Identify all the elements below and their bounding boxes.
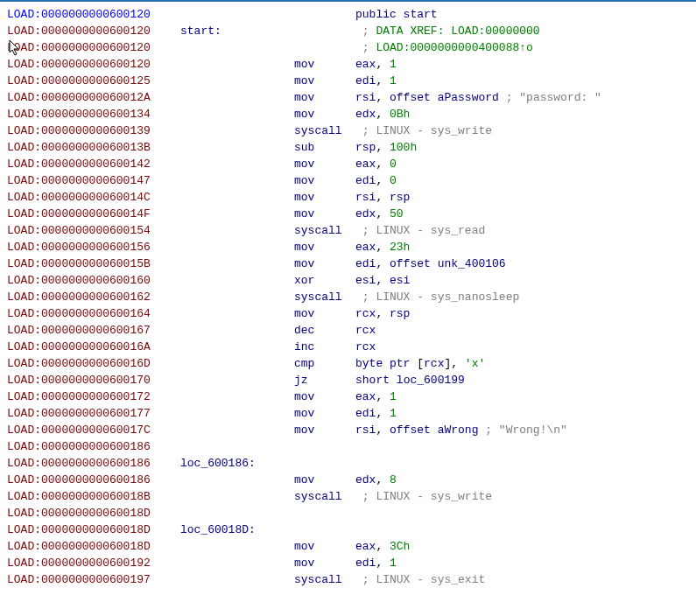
disasm-line[interactable]: LOAD:0000000000600186 [7,438,689,455]
disasm-line[interactable]: LOAD:0000000000600147movedi, 0 [7,172,689,189]
disasm-line[interactable]: LOAD:000000000060017Cmovrsi, offset aWro… [7,422,689,438]
operand-token: 23h [390,241,410,254]
disasm-line[interactable]: LOAD:000000000060018Dmoveax, 3Ch [7,538,689,555]
address[interactable]: LOAD:000000000060018B [7,488,180,505]
disasm-line[interactable]: LOAD:000000000060013Bsubrsp, 100h [7,139,689,156]
disasm-line[interactable]: LOAD:000000000060014Cmovrsi, rsp [7,189,689,206]
address[interactable]: LOAD:0000000000600197 [7,571,180,588]
disasm-line[interactable]: LOAD:000000000060018D [7,505,689,522]
operand-token: loc_600199 [397,374,465,387]
address[interactable]: LOAD:000000000060018D [7,522,180,538]
mnemonic: mov [294,189,355,206]
disasm-line[interactable]: LOAD:0000000000600156moveax, 23h [7,239,689,256]
address[interactable]: LOAD:0000000000600156 [7,239,180,256]
disasm-line[interactable]: LOAD:0000000000600186loc_600186: [7,455,689,472]
address[interactable]: LOAD:000000000060018D [7,538,180,555]
disasm-line[interactable]: LOAD:0000000000600142moveax, 0 [7,156,689,172]
disasm-line[interactable]: LOAD:0000000000600120public start [7,6,689,23]
address[interactable]: LOAD:0000000000600120 [7,6,180,23]
disasm-line[interactable]: LOAD:000000000060014Fmovedx, 50 [7,206,689,222]
operand-token [431,91,438,104]
operand-token: rcx [355,307,376,320]
address[interactable]: LOAD:0000000000600192 [7,555,180,571]
operand-token: 1 [390,556,397,570]
address[interactable]: LOAD:0000000000600164 [7,305,180,322]
address[interactable]: LOAD:000000000060017C [7,422,180,438]
operand-token: ; [362,41,369,54]
operand-token: , [376,108,390,121]
address[interactable]: LOAD:0000000000600125 [7,73,180,89]
operand-token: , [376,58,390,71]
address[interactable]: LOAD:0000000000600154 [7,222,180,239]
operand-token: rsi [355,91,376,104]
address[interactable]: LOAD:0000000000600170 [7,372,180,388]
operand-token: offset [390,424,431,437]
operand-token: 100h [390,141,417,154]
address[interactable]: LOAD:0000000000600186 [7,455,180,472]
disasm-line[interactable]: LOAD:0000000000600197syscall ; LINUX - s… [7,571,689,588]
address[interactable]: LOAD:0000000000600147 [7,172,180,189]
disasm-line[interactable]: LOAD:0000000000600120start: ; DATA XREF:… [7,23,689,39]
address[interactable]: LOAD:0000000000600162 [7,289,180,305]
address[interactable]: LOAD:000000000060013B [7,139,180,156]
disasm-line[interactable]: LOAD:0000000000600164movrcx, rsp [7,305,689,322]
operand-token: eax [355,158,376,171]
address[interactable]: LOAD:000000000060014C [7,189,180,206]
disasm-line[interactable]: LOAD:000000000060016Dcmpbyte ptr [rcx], … [7,355,689,372]
mnemonic: inc [294,339,355,355]
operand-token: 0 [390,174,397,187]
disasm-line[interactable]: LOAD:0000000000600125movedi, 1 [7,73,689,89]
disasm-line[interactable]: LOAD:0000000000600134movedx, 0Bh [7,106,689,122]
disasm-line[interactable]: LOAD:000000000060018Dloc_60018D: [7,522,689,538]
address[interactable]: LOAD:0000000000600186 [7,438,180,455]
disasm-line[interactable]: LOAD:0000000000600177movedi, 1 [7,405,689,422]
address[interactable]: LOAD:0000000000600177 [7,405,180,422]
address[interactable]: LOAD:000000000060016A [7,339,180,355]
address[interactable]: LOAD:0000000000600120 [7,56,180,73]
disassembly-listing[interactable]: LOAD:0000000000600120public startLOAD:00… [7,6,689,588]
address[interactable]: LOAD:000000000060014F [7,206,180,222]
disasm-line[interactable]: LOAD:0000000000600167decrcx [7,322,689,339]
mnemonic: dec [294,322,355,339]
mnemonic: mov [294,172,355,189]
disasm-line[interactable]: LOAD:0000000000600192movedi, 1 [7,555,689,571]
disasm-line[interactable]: LOAD:0000000000600154syscall ; LINUX - s… [7,222,689,239]
address[interactable]: LOAD:0000000000600172 [7,388,180,405]
mnemonic: mov [294,555,355,571]
address[interactable]: LOAD:0000000000600120 [7,23,180,39]
disasm-line[interactable]: LOAD:000000000060016Aincrcx [7,339,689,355]
operand-token: esi [355,274,376,287]
address[interactable]: LOAD:000000000060016D [7,355,180,372]
disasm-line[interactable]: LOAD:0000000000600186movedx, 8 [7,472,689,488]
disasm-line[interactable]: LOAD:0000000000600120moveax, 1 [7,56,689,73]
disasm-line[interactable]: LOAD:0000000000600139syscall ; LINUX - s… [7,122,689,139]
address[interactable]: LOAD:000000000060015B [7,256,180,272]
operand-token: , [376,207,390,220]
disasm-line[interactable]: LOAD:0000000000600172moveax, 1 [7,388,689,405]
address[interactable]: LOAD:0000000000600120 [7,39,180,56]
operand-token: rsi [355,424,376,437]
disasm-line[interactable]: LOAD:000000000060015Bmovedi, offset unk_… [7,256,689,272]
operand-token: , [376,191,390,204]
operand-token [431,257,438,270]
operand-token: DATA XREF: LOAD:00000000 [369,24,540,38]
address[interactable]: LOAD:0000000000600139 [7,122,180,139]
address[interactable]: LOAD:0000000000600167 [7,322,180,339]
disasm-line[interactable]: LOAD:0000000000600160xoresi, esi [7,272,689,289]
address[interactable]: LOAD:0000000000600142 [7,156,180,172]
operand-token: rcx [424,357,444,370]
address[interactable]: LOAD:000000000060012A [7,89,180,106]
disasm-line[interactable]: LOAD:000000000060018Bsyscall ; LINUX - s… [7,488,689,505]
address[interactable]: LOAD:0000000000600134 [7,106,180,122]
address[interactable]: LOAD:0000000000600186 [7,472,180,488]
operand-token: eax [355,390,376,403]
disasm-line[interactable]: LOAD:0000000000600120 ; LOAD:00000000004… [7,39,689,56]
address[interactable]: LOAD:000000000060018D [7,505,180,522]
mnemonic: syscall [294,571,355,588]
disasm-line[interactable]: LOAD:0000000000600162syscall ; LINUX - s… [7,289,689,305]
operand-token: short [355,374,390,387]
operand-token: , [376,556,390,570]
address[interactable]: LOAD:0000000000600160 [7,272,180,289]
disasm-line[interactable]: LOAD:000000000060012Amovrsi, offset aPas… [7,89,689,106]
disasm-line[interactable]: LOAD:0000000000600170jzshort loc_600199 [7,372,689,388]
